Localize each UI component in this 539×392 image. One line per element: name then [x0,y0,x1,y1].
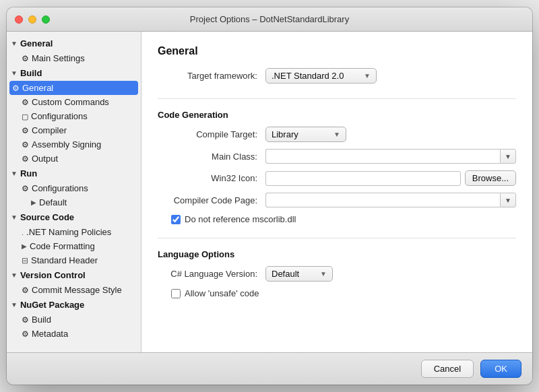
csharp-lang-control: Default ▼ [265,266,516,282]
sidebar-item-compiler[interactable]: Compiler [7,123,141,137]
source-code-disclosure-arrow [11,214,18,221]
sidebar-item-output[interactable]: Output [7,152,141,166]
win32-icon-input[interactable] [265,171,461,186]
sidebar-group-nuget[interactable]: NuGet Package [7,297,141,313]
code-generation-title: Code Generation [158,110,516,120]
sidebar-item-nuget-build-label: Build [32,315,51,325]
main-panel: General Target framework: .NET Standard … [141,32,532,352]
gear-icon [22,315,32,325]
dropdown-arrow-icon: ▼ [316,270,327,277]
content-area: General Main Settings Build General Cust… [7,32,532,352]
compile-target-control: Library ▼ [265,127,516,142]
window-title: Project Options – DotNetStandardLibrary [190,14,349,24]
separator-2 [158,238,516,238]
sidebar-item-nuget-build[interactable]: Build [7,313,141,327]
sidebar-item-compiler-label: Compiler [32,125,67,135]
panel-title: General [158,45,516,57]
dropdown-arrow-icon: ▼ [360,72,371,79]
gear-icon [22,154,32,164]
win32-icon-row: Win32 Icon: Browse... [158,170,516,186]
gear-icon [22,53,32,63]
compile-target-value: Library [272,129,298,139]
rect-icon [22,111,31,121]
sidebar-item-standard-header[interactable]: ⊟ Standard Header [7,253,141,267]
gear-icon [22,329,32,339]
minimize-button[interactable] [28,15,36,24]
sidebar-group-run[interactable]: Run [7,166,141,181]
sidebar-group-general-label: General [20,38,53,48]
sidebar-group-source-code-label: Source Code [20,212,74,222]
sidebar-item-run-default-label: Default [39,197,67,207]
maximize-button[interactable] [42,15,50,24]
project-options-window: Project Options – DotNetStandardLibrary … [7,7,532,385]
sidebar-group-run-label: Run [20,168,37,178]
sidebar-group-build[interactable]: Build [7,65,141,81]
compiler-code-page-input[interactable] [265,193,500,207]
gear-icon [22,183,32,193]
sidebar-item-run-configurations[interactable]: Configurations [7,181,141,195]
target-framework-row: Target framework: .NET Standard 2.0 ▼ [158,68,516,84]
unsafe-code-checkbox[interactable] [171,289,181,298]
footer: Cancel OK [7,352,532,385]
sidebar-item-standard-header-label: Standard Header [31,255,98,265]
target-framework-label: Target framework: [158,71,265,81]
sidebar-group-version-control[interactable]: Version Control [7,267,141,283]
compiler-code-page-arrow[interactable]: ▼ [500,193,516,207]
mscorlib-checkbox[interactable] [171,215,181,224]
language-options-title: Language Options [158,249,516,259]
vc-disclosure-arrow [11,271,18,279]
separator-1 [158,98,516,99]
gear-icon [22,285,32,295]
main-class-combo: ▼ [265,149,516,164]
compiler-code-page-combo: ▼ [265,193,516,207]
main-class-dropdown-arrow[interactable]: ▼ [500,149,516,164]
sidebar-item-run-configurations-label: Configurations [32,183,88,193]
sidebar-group-nuget-label: NuGet Package [20,300,84,310]
sidebar-item-code-formatting-label: Code Formatting [30,241,95,251]
sidebar-group-build-label: Build [20,68,42,78]
sidebar-item-assembly-signing[interactable]: Assembly Signing [7,137,141,152]
compiler-code-page-label: Compiler Code Page: [158,195,265,205]
sidebar-item-net-naming[interactable]: . .NET Naming Policies [7,225,141,239]
sidebar-item-main-settings-label: Main Settings [32,53,85,63]
target-framework-value: .NET Standard 2.0 [272,71,344,81]
csharp-lang-dropdown[interactable]: Default ▼ [265,266,333,282]
sidebar-item-main-settings[interactable]: Main Settings [7,51,141,65]
sidebar-item-assembly-signing-label: Assembly Signing [32,139,101,150]
target-framework-dropdown[interactable]: .NET Standard 2.0 ▼ [265,68,377,84]
titlebar: Project Options – DotNetStandardLibrary [7,7,532,32]
sidebar-group-general[interactable]: General [7,36,141,51]
sidebar-item-build-general[interactable]: General [9,81,138,95]
sidebar-item-nuget-metadata-label: Metadata [32,329,68,339]
main-class-input[interactable] [265,149,500,164]
sidebar: General Main Settings Build General Cust… [7,32,141,352]
csharp-lang-label: C# Language Version: [158,269,265,279]
sidebar-item-custom-commands-label: Custom Commands [32,97,109,107]
sidebar-item-code-formatting[interactable]: ▶ Code Formatting [7,239,141,253]
compiler-code-page-control: ▼ [265,193,516,207]
main-class-control: ▼ [265,149,516,164]
target-framework-control: .NET Standard 2.0 ▼ [265,68,516,84]
compile-target-dropdown[interactable]: Library ▼ [265,127,346,142]
gear-icon [22,125,32,135]
compiler-code-page-row: Compiler Code Page: ▼ [158,193,516,207]
gear-icon [12,83,22,93]
sidebar-item-custom-commands[interactable]: Custom Commands [7,95,141,109]
sidebar-item-commit-message[interactable]: Commit Message Style [7,283,141,297]
ok-button[interactable]: OK [480,360,521,378]
run-disclosure-arrow [11,170,18,177]
browse-button[interactable]: Browse... [465,170,516,186]
csharp-lang-row: C# Language Version: Default ▼ [158,266,516,282]
gear-icon [22,97,32,107]
build-disclosure-arrow [11,69,18,77]
mscorlib-label: Do not reference mscorlib.dll [185,214,296,224]
sidebar-item-build-general-label: General [22,83,53,93]
sidebar-item-nuget-metadata[interactable]: Metadata [7,327,141,341]
sidebar-group-source-code[interactable]: Source Code [7,209,141,225]
unsafe-code-row: Allow 'unsafe' code [158,288,516,298]
dropdown-arrow-icon: ▼ [329,131,340,138]
close-button[interactable] [15,15,23,24]
sidebar-item-run-default[interactable]: ▶ Default [7,195,141,209]
cancel-button[interactable]: Cancel [421,360,474,378]
sidebar-item-configurations[interactable]: Configurations [7,109,141,123]
